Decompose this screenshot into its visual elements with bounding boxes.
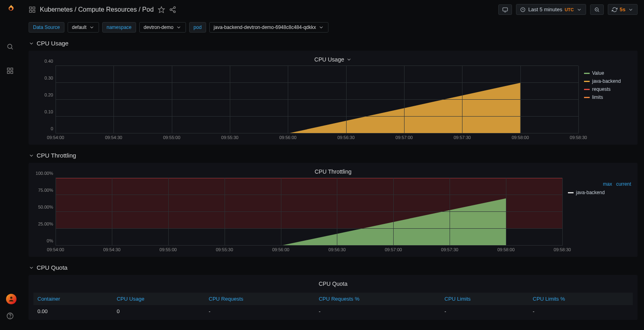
svg-point-15 — [170, 8, 172, 10]
row-toggle-cpu-usage[interactable]: CPU Usage — [22, 38, 644, 51]
filter-label-pod: pod — [189, 22, 206, 33]
legend-col-current[interactable]: current — [616, 181, 631, 187]
search-icon[interactable] — [6, 43, 16, 53]
breadcrumb[interactable]: Kubernetes / Compute Resources / Pod — [40, 6, 154, 13]
share-icon[interactable] — [169, 6, 176, 13]
svg-rect-2 — [7, 68, 9, 70]
svg-rect-10 — [33, 7, 35, 9]
legend-item[interactable]: requests — [584, 85, 631, 93]
svg-point-14 — [173, 6, 175, 8]
legend-item[interactable]: limits — [584, 93, 631, 101]
table-header[interactable]: CPU Requests % — [315, 293, 440, 305]
table-header[interactable]: CPU Limits % — [529, 293, 633, 305]
table-header[interactable]: CPU Usage — [113, 293, 205, 305]
svg-rect-9 — [29, 7, 31, 9]
svg-rect-3 — [10, 68, 12, 70]
legend-item[interactable]: Value — [584, 69, 631, 77]
chevron-down-icon — [628, 7, 634, 12]
table-row: 0.000---- — [33, 305, 633, 318]
svg-rect-5 — [10, 72, 12, 74]
help-icon[interactable] — [6, 312, 16, 322]
table-header[interactable]: CPU Requests — [205, 293, 315, 305]
chevron-down-icon — [576, 7, 582, 12]
panel-title-cpu-usage[interactable]: CPU Usage — [33, 55, 633, 66]
svg-line-17 — [171, 8, 173, 9]
svg-line-23 — [598, 10, 599, 12]
svg-marker-13 — [158, 6, 164, 12]
svg-line-18 — [171, 10, 173, 11]
refresh-button[interactable]: 5s — [608, 4, 638, 15]
filter-value-namespace[interactable]: devtron-demo — [139, 22, 186, 33]
legend-item[interactable]: java-backend — [568, 189, 631, 197]
dashboard-icon — [29, 6, 36, 13]
table-header[interactable]: Container — [33, 293, 113, 305]
filter-label-datasource: Data Source — [29, 22, 64, 33]
table-cpu-quota: ContainerCPU UsageCPU RequestsCPU Reques… — [33, 293, 633, 318]
panel-cpu-usage: CPU Usage 00.100.200.300.40 09:54:0009:5… — [29, 51, 638, 145]
svg-line-1 — [11, 48, 12, 49]
time-range-button[interactable]: Last 5 minutes UTC — [516, 4, 586, 15]
svg-point-6 — [10, 297, 12, 299]
filter-value-pod[interactable]: java-backend-devtron-demo-6948c8c484-qdk… — [209, 22, 328, 33]
svg-point-8 — [10, 318, 10, 318]
panel-title-cpu-quota: CPU Quota — [33, 279, 633, 290]
svg-rect-19 — [503, 8, 508, 11]
svg-rect-12 — [33, 10, 35, 12]
filter-label-namespace: namespace — [102, 22, 136, 33]
star-icon[interactable] — [158, 6, 165, 13]
tv-mode-button[interactable] — [498, 4, 512, 15]
panel-cpu-throttling: CPU Throttling 0%25.00%50.00%75.00%100.0… — [29, 163, 638, 257]
legend-item[interactable]: java-backend — [584, 77, 631, 85]
panel-title-cpu-throttling: CPU Throttling — [33, 167, 633, 178]
svg-point-0 — [8, 44, 12, 49]
avatar[interactable] — [6, 294, 17, 304]
svg-rect-4 — [7, 72, 9, 74]
svg-point-16 — [173, 11, 175, 13]
chart-cpu-usage[interactable]: 00.100.200.300.40 09:54:0009:54:3009:55:… — [33, 66, 578, 142]
grafana-logo[interactable] — [6, 4, 17, 16]
row-toggle-cpu-quota[interactable]: CPU Quota — [22, 262, 644, 275]
table-header[interactable]: CPU Limits — [440, 293, 528, 305]
dashboards-icon[interactable] — [6, 67, 16, 77]
legend-col-max[interactable]: max — [603, 181, 612, 187]
chart-cpu-throttling[interactable]: 0%25.00%50.00%75.00%100.00% 09:54:0009:5… — [33, 178, 562, 254]
svg-rect-11 — [29, 10, 31, 12]
zoom-out-button[interactable] — [590, 4, 604, 15]
panel-cpu-quota: CPU Quota ContainerCPU UsageCPU Requests… — [29, 275, 638, 320]
row-toggle-cpu-throttling[interactable]: CPU Throttling — [22, 150, 644, 163]
filter-value-datasource[interactable]: default — [68, 22, 99, 33]
